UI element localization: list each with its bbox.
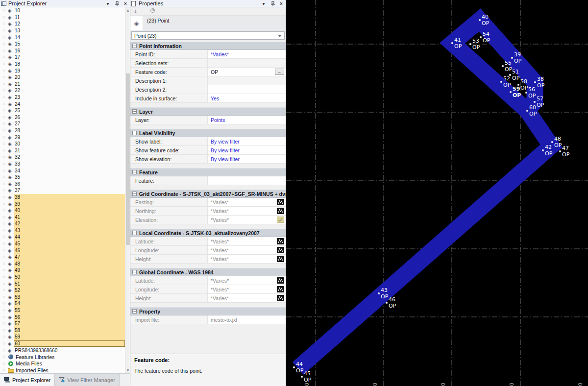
- expand-arrow-icon[interactable]: ▷: [3, 334, 8, 340]
- expand-arrow-icon[interactable]: ▷: [3, 254, 8, 260]
- tree-item-point-43[interactable]: ▷◈43: [0, 227, 125, 234]
- expand-arrow-icon[interactable]: ▷: [3, 247, 8, 254]
- expand-arrow-icon[interactable]: ▷: [3, 354, 8, 360]
- tree-item-point-13[interactable]: ▷◈13: [0, 27, 125, 34]
- tree-item-imported-files[interactable]: ▷Imported Files: [0, 367, 125, 373]
- expand-arrow-icon[interactable]: ▷: [3, 287, 8, 293]
- section-header[interactable]: −Point Information: [130, 42, 286, 50]
- expand-arrow-icon[interactable]: ▷: [3, 367, 8, 373]
- tree-item-point-50[interactable]: ▷◈50: [0, 274, 125, 281]
- tree-item-point-31[interactable]: ▷◈31: [0, 147, 125, 154]
- collapse-icon[interactable]: −: [132, 309, 137, 314]
- expand-arrow-icon[interactable]: ▷: [3, 61, 8, 67]
- close-icon[interactable]: ×: [122, 0, 129, 7]
- tree-item-point-11[interactable]: ▷◈11: [0, 14, 125, 21]
- tree-item-point-51[interactable]: ▷◈51: [0, 280, 125, 287]
- tree-item-point-30[interactable]: ▷◈30: [0, 141, 125, 147]
- section-header[interactable]: −Global Coordinate - WGS 1984: [130, 268, 286, 276]
- selection-info-icon[interactable]: [150, 8, 156, 15]
- tree-item-point-36[interactable]: ▷◈36: [0, 180, 125, 187]
- property-value[interactable]: By view filter: [208, 146, 286, 154]
- tree-item-point-52[interactable]: ▷◈52: [0, 287, 125, 294]
- tree-item-point-12[interactable]: ▷◈12: [0, 21, 125, 27]
- tree-item-point-49[interactable]: ▷◈49: [0, 267, 125, 274]
- pin-icon[interactable]: [113, 0, 120, 7]
- expand-arrow-icon[interactable]: ▷: [3, 274, 8, 280]
- expand-arrow-icon[interactable]: ▷: [3, 294, 8, 300]
- property-value[interactable]: [208, 176, 286, 185]
- collapse-icon[interactable]: −: [132, 270, 137, 274]
- expand-arrow-icon[interactable]: ▷: [3, 134, 8, 141]
- expand-arrow-icon[interactable]: ▷: [3, 114, 8, 121]
- section-header[interactable]: −Layer: [130, 107, 286, 116]
- window-menu-button[interactable]: ▾: [260, 0, 267, 7]
- tree-item-point-57[interactable]: ▷◈57: [0, 320, 125, 327]
- tree-item-point-17[interactable]: ▷◈17: [0, 54, 125, 61]
- tree-item-point-22[interactable]: ▷◈22: [0, 87, 125, 94]
- tree-item-point-18[interactable]: ▷◈18: [0, 61, 125, 68]
- point-marker[interactable]: [534, 81, 536, 83]
- collapse-icon[interactable]: −: [132, 131, 137, 135]
- expand-arrow-icon[interactable]: ▷: [3, 107, 8, 114]
- expand-arrow-icon[interactable]: ▷: [3, 347, 8, 354]
- section-header[interactable]: −Property: [130, 307, 286, 315]
- map-canvas[interactable]: 100090807040OP54OP41OP53OP39OP55OP51OP52…: [286, 0, 588, 386]
- expand-arrow-icon[interactable]: ▷: [3, 7, 8, 14]
- tree-item-point-28[interactable]: ▷◈28: [0, 127, 125, 134]
- expand-arrow-icon[interactable]: ▷: [3, 101, 8, 107]
- tree-item-point-34[interactable]: ▷◈34: [0, 167, 125, 174]
- point-marker[interactable]: [525, 92, 527, 93]
- expand-arrow-icon[interactable]: ▷: [3, 327, 8, 334]
- tree-item-point-40[interactable]: ▷◈40: [0, 207, 125, 214]
- tree-item-point-26[interactable]: ▷◈26: [0, 114, 125, 121]
- expand-arrow-icon[interactable]: ▷: [3, 267, 8, 273]
- tree-item-point-21[interactable]: ▷◈21: [0, 81, 125, 88]
- tree-item-point-19[interactable]: ▷◈19: [0, 67, 125, 74]
- expand-arrow-icon[interactable]: ▷: [3, 214, 8, 220]
- tree-item-point-59[interactable]: ▷◈59: [0, 334, 125, 340]
- property-value[interactable]: Yes: [208, 94, 286, 102]
- expand-arrow-icon[interactable]: ▷: [3, 141, 8, 147]
- expand-arrow-icon[interactable]: ▷: [3, 161, 8, 167]
- expand-arrow-icon[interactable]: ▷: [3, 154, 8, 160]
- expand-arrow-icon[interactable]: ▷: [3, 181, 8, 187]
- tree-item-point-53[interactable]: ▷◈53: [0, 294, 125, 301]
- property-value[interactable]: [208, 85, 286, 94]
- expand-arrow-icon[interactable]: ▷: [3, 147, 8, 154]
- point-marker[interactable]: [559, 150, 561, 152]
- point-marker[interactable]: [378, 292, 379, 294]
- scroll-up-icon[interactable]: ▲: [125, 7, 130, 13]
- property-value[interactable]: By view filter: [208, 155, 286, 163]
- point-marker[interactable]: [480, 36, 481, 38]
- expand-arrow-icon[interactable]: ▷: [3, 81, 8, 87]
- pin-icon[interactable]: [269, 0, 276, 7]
- tree-item-point-23[interactable]: ▷◈23: [0, 94, 125, 101]
- collapse-groups-icon[interactable]: —: [141, 8, 146, 15]
- plan-view[interactable]: 100090807040OP54OP41OP53OP39OP55OP51OP52…: [286, 0, 588, 386]
- property-value[interactable]: Points: [208, 116, 286, 124]
- expand-arrow-icon[interactable]: ▷: [3, 201, 8, 207]
- tree-scrollbar[interactable]: ▲ ▼: [125, 7, 130, 373]
- tree-item-point-38[interactable]: ▷◈38: [0, 194, 125, 201]
- tree-item-point-32[interactable]: ▷◈32: [0, 154, 125, 161]
- tree-item-point-44[interactable]: ▷◈44: [0, 234, 125, 241]
- section-header[interactable]: −Feature: [130, 168, 286, 176]
- point-marker[interactable]: [386, 302, 387, 303]
- collapse-icon[interactable]: −: [132, 109, 137, 114]
- point-marker[interactable]: [451, 42, 453, 44]
- tree-item-point-45[interactable]: ▷◈45: [0, 241, 125, 247]
- expand-arrow-icon[interactable]: ▷: [3, 307, 8, 314]
- expand-arrow-icon[interactable]: ▷: [3, 340, 8, 347]
- point-marker[interactable]: [500, 81, 502, 82]
- expand-arrow-icon[interactable]: ▷: [3, 174, 8, 180]
- scrollbar-thumb[interactable]: [126, 73, 130, 245]
- selection-dropdown[interactable]: Point (23): [131, 31, 285, 40]
- point-marker[interactable]: [534, 101, 535, 102]
- collapse-icon[interactable]: −: [132, 192, 137, 196]
- tree-item-feature-libraries[interactable]: ▷Feature Libraries: [0, 354, 125, 361]
- point-marker[interactable]: [479, 19, 480, 21]
- tree-item-point-33[interactable]: ▷◈33: [0, 161, 125, 168]
- tree-item-point-20[interactable]: ▷◈20: [0, 74, 125, 81]
- tree-item-point-29[interactable]: ▷◈29: [0, 134, 125, 141]
- expand-arrow-icon[interactable]: ▷: [3, 314, 8, 320]
